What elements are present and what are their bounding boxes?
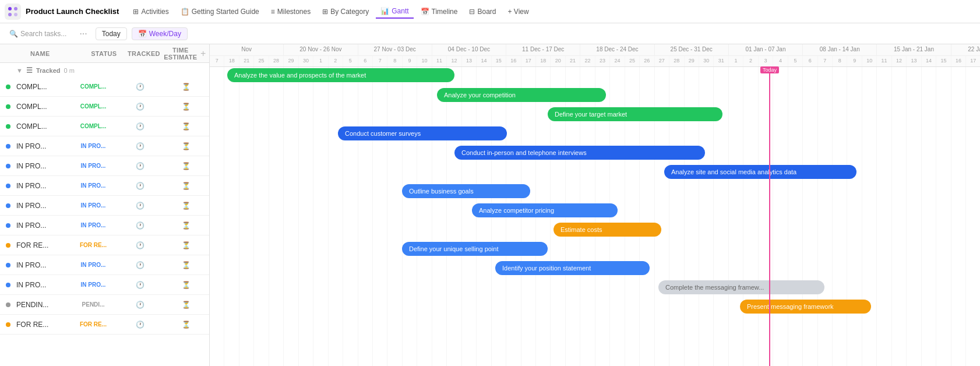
- status-chip: IN PRO...: [77, 201, 110, 210]
- left-panel: NAME Status Tracked Time Estimate + ▼ ☰ …: [0, 44, 210, 366]
- nav-item-milestones[interactable]: ≡ Milestones: [266, 5, 315, 18]
- task-tracked: 🕐: [117, 83, 163, 91]
- gantt-day-label: 10: [862, 56, 877, 66]
- more-options-button[interactable]: ···: [76, 27, 90, 40]
- status-chip: COMPL...: [77, 102, 110, 111]
- gantt-day-label: 28: [269, 56, 284, 66]
- task-row[interactable]: PENDIN... PENDI... 🕐 ⏳: [0, 295, 209, 315]
- gantt-day-label: 22: [580, 56, 595, 66]
- col-header-status: Status: [84, 50, 124, 57]
- gantt-bar[interactable]: Present messaging framework: [740, 300, 871, 314]
- gantt-day-label: 1: [729, 56, 743, 66]
- task-row[interactable]: IN PRO... IN PRO... 🕐 ⏳: [0, 275, 209, 295]
- gantt-bar[interactable]: Define your target market: [548, 107, 722, 121]
- task-row[interactable]: IN PRO... IN PRO... 🕐 ⏳: [0, 176, 209, 196]
- task-row[interactable]: IN PRO... IN PRO... 🕐 ⏳: [0, 156, 209, 176]
- status-chip: IN PRO...: [77, 280, 110, 289]
- task-status: COMPL...: [70, 122, 117, 131]
- col-header-estimate: Time Estimate: [164, 47, 197, 61]
- gantt-day-label: 7: [210, 56, 224, 66]
- task-row[interactable]: FOR RE... FOR RE... 🕐 ⏳: [0, 315, 209, 335]
- task-dot-area: [0, 184, 16, 188]
- gantt-bar[interactable]: Analyze your competition: [437, 88, 606, 102]
- status-chip: IN PRO...: [77, 221, 110, 230]
- task-row[interactable]: IN PRO... IN PRO... 🕐 ⏳: [0, 196, 209, 216]
- gantt-days-row: 7182125282930125678910111213141516171820…: [210, 56, 980, 66]
- task-row[interactable]: COMPL... COMPL... 🕐 ⏳: [0, 97, 209, 117]
- gantt-bar[interactable]: Analyze competitor pricing: [472, 203, 618, 217]
- board-icon: ⊟: [469, 8, 475, 16]
- clock-icon: 🕐: [136, 241, 144, 249]
- task-row[interactable]: IN PRO... IN PRO... 🕐 ⏳: [0, 216, 209, 235]
- nav-item-by-category[interactable]: ⊞ By Category: [318, 5, 373, 18]
- gantt-week-label: 18 Dec - 24 Dec: [580, 44, 654, 55]
- gantt-day-label: 1: [313, 56, 328, 66]
- task-estimate: ⏳: [163, 281, 209, 289]
- task-status: FOR RE...: [70, 320, 117, 329]
- task-name: FOR RE...: [16, 321, 70, 329]
- gantt-bar[interactable]: Estimate costs: [554, 223, 661, 237]
- top-navigation: Product Launch Checklist ⊞ Activities 📋 …: [0, 0, 980, 23]
- hourglass-icon: ⏳: [182, 142, 191, 150]
- task-dot-area: [0, 203, 16, 208]
- gantt-week-label: 04 Dec - 10 Dec: [432, 44, 506, 55]
- svg-point-2: [8, 13, 12, 16]
- gantt-bar[interactable]: Outline business goals: [402, 184, 530, 198]
- task-status-dot: [6, 283, 10, 287]
- nav-item-getting-started[interactable]: 📋 Getting Started Guide: [176, 5, 264, 18]
- nav-item-add-view[interactable]: + View: [503, 5, 534, 18]
- nav-item-board[interactable]: ⊟ Board: [464, 5, 500, 18]
- task-tracked: 🕐: [117, 103, 163, 111]
- status-chip: FOR RE...: [76, 320, 110, 329]
- gantt-panel[interactable]: Nov20 Nov - 26 Nov27 Nov - 03 Dec04 Dec …: [210, 44, 980, 366]
- nav-item-gantt[interactable]: 📊 Gantt: [376, 5, 413, 19]
- task-status: IN PRO...: [70, 142, 117, 150]
- column-headers: NAME Status Tracked Time Estimate +: [0, 44, 209, 63]
- clock-icon: 🕐: [136, 182, 144, 190]
- search-box[interactable]: 🔍 Search tasks...: [5, 27, 71, 40]
- gantt-bar[interactable]: Conduct in-person and telephone intervie…: [454, 146, 705, 160]
- clock-icon: 🕐: [136, 281, 144, 289]
- task-row[interactable]: COMPL... COMPL... 🕐 ⏳: [0, 117, 209, 136]
- today-button[interactable]: Today: [96, 27, 127, 40]
- task-tracked: 🕐: [117, 241, 163, 249]
- tracked-section-label: ▼ ☰ Tracked 0 m: [0, 63, 209, 77]
- gantt-bar[interactable]: Conduct customer surveys: [338, 126, 507, 140]
- hourglass-icon: ⏳: [182, 122, 191, 131]
- gantt-day-label: 29: [284, 56, 298, 66]
- gantt-day-label: 9: [403, 56, 417, 66]
- gantt-week-label: 22 Jan - 28 Jan: [951, 44, 980, 55]
- clock-icon: 🕐: [136, 301, 144, 309]
- task-dot-area: [0, 302, 16, 307]
- task-row[interactable]: COMPL... COMPL... 🕐 ⏳: [0, 77, 209, 97]
- nav-item-timeline[interactable]: 📅 Timeline: [416, 5, 463, 18]
- task-status-dot: [6, 263, 10, 268]
- week-day-button[interactable]: 📅 Week/Day: [132, 27, 188, 40]
- gantt-day-label: 11: [877, 56, 891, 66]
- clock-icon: 🕐: [136, 261, 144, 269]
- task-row[interactable]: FOR RE... FOR RE... 🕐 ⏳: [0, 235, 209, 255]
- gantt-day-label: 25: [625, 56, 640, 66]
- add-column-button[interactable]: +: [197, 48, 209, 59]
- gantt-bar[interactable]: Complete the messaging framew...: [658, 280, 824, 294]
- gantt-bar[interactable]: Identify your position statement: [495, 261, 650, 275]
- gantt-bar[interactable]: Analyze the value and prospects of the m…: [227, 68, 454, 82]
- svg-point-0: [8, 7, 12, 10]
- gantt-day-label: 13: [907, 56, 921, 66]
- nav-item-activities[interactable]: ⊞ Activities: [128, 5, 173, 18]
- hourglass-icon: ⏳: [182, 221, 191, 230]
- task-status: COMPL...: [70, 82, 117, 91]
- gantt-chart: Nov20 Nov - 26 Nov27 Nov - 03 Dec04 Dec …: [210, 44, 980, 366]
- task-row[interactable]: IN PRO... IN PRO... 🕐 ⏳: [0, 255, 209, 275]
- gantt-day-label: 29: [685, 56, 699, 66]
- gantt-bar[interactable]: Define your unique selling point: [402, 242, 548, 256]
- task-status-dot: [6, 104, 10, 109]
- status-chip: COMPL...: [77, 82, 110, 91]
- status-chip: FOR RE...: [76, 241, 110, 249]
- task-list: COMPL... COMPL... 🕐 ⏳ COMPL... COMPL... …: [0, 77, 209, 335]
- getting-started-icon: 📋: [181, 8, 189, 16]
- status-chip: IN PRO...: [77, 142, 110, 150]
- gantt-bar[interactable]: Analyze site and social media analytics …: [664, 165, 856, 179]
- task-status-dot: [6, 164, 10, 168]
- task-row[interactable]: IN PRO... IN PRO... 🕐 ⏳: [0, 136, 209, 156]
